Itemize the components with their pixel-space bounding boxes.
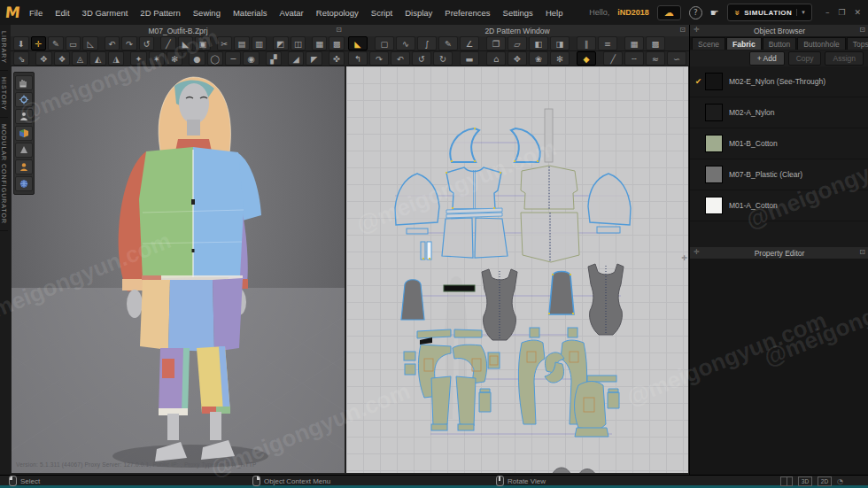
show-garment-button[interactable] [15, 75, 33, 90]
maximize-window-icon[interactable]: ⊡ [336, 26, 342, 34]
property-editor-dock-icon[interactable]: ✛ [694, 248, 700, 256]
tool-button[interactable]: ↻ [433, 51, 453, 66]
tool-button[interactable]: ↺ [412, 51, 431, 66]
menu-materials[interactable]: Materials [233, 8, 267, 18]
tool-button[interactable]: ≈ [646, 51, 665, 66]
menu-display[interactable]: Display [405, 8, 432, 18]
tool-button[interactable]: ✻ [167, 51, 182, 66]
object-browser-titlebar[interactable]: ✛ Object Browser ⊡ [690, 25, 868, 37]
menu-settings[interactable]: Settings [503, 8, 533, 18]
cloud-sync-button[interactable]: ☁ [657, 5, 681, 20]
tool-button[interactable]: ✂ [217, 36, 233, 50]
menu-script[interactable]: Script [371, 8, 392, 18]
tool-button[interactable]: ✦ [130, 51, 146, 66]
tool-button[interactable]: ╌ [624, 51, 644, 66]
tool-button[interactable]: ● [189, 51, 205, 66]
property-editor-titlebar[interactable]: ✛ Property Editor ⊡ [690, 247, 868, 259]
tool-button[interactable]: ▦ [624, 36, 644, 50]
tool-button[interactable]: ⌂ [486, 51, 506, 66]
tool-button[interactable]: ↺ [139, 36, 155, 50]
pattern-hood-left[interactable] [450, 128, 479, 162]
tool-button[interactable]: ❖ [54, 51, 70, 66]
tool-button[interactable]: ▬ [460, 51, 479, 66]
rail-tab-modular-configurator[interactable]: MODULAR CONFIGURATOR [0, 118, 8, 231]
tool-button[interactable]: ◆ [577, 51, 596, 66]
rail-tab-library[interactable]: LIBRARY [0, 25, 8, 71]
maximize-2d-window-icon[interactable]: ⊡ [679, 26, 686, 34]
tool-button[interactable]: ▤ [234, 36, 250, 50]
chest-left-panel[interactable] [139, 147, 193, 279]
minimize-button[interactable]: – [825, 8, 830, 17]
tool-button[interactable]: ✛ [31, 36, 47, 50]
help-icon[interactable]: ? [689, 6, 702, 19]
tool-button[interactable]: ◧ [529, 36, 548, 50]
tool-button[interactable]: ◤ [306, 51, 322, 66]
pattern-pants-group[interactable] [404, 328, 619, 437]
tool-button[interactable]: ⬇ [13, 36, 29, 50]
tab-topstitch[interactable]: Topstitch [847, 37, 868, 50]
pattern-bottom-partial[interactable] [552, 468, 596, 473]
3d-view-button[interactable]: 3D [798, 476, 812, 486]
tool-button[interactable]: ↷ [369, 51, 389, 66]
tool-button[interactable]: ✥ [508, 51, 527, 66]
pattern-front-skirt-right[interactable] [475, 218, 508, 258]
skirt-right-panel[interactable] [213, 278, 243, 352]
pattern-front-bodice[interactable] [446, 167, 501, 209]
tool-button[interactable]: ◣ [178, 36, 194, 50]
fabric-row[interactable]: M01-A_Cotton [690, 190, 868, 221]
tool-button[interactable]: ◩ [273, 36, 289, 50]
property-editor-expand-icon[interactable]: ⊡ [859, 248, 865, 256]
tool-button[interactable]: ◭ [89, 51, 105, 66]
pattern-sleeve-right[interactable] [588, 174, 631, 225]
simulation-settings-button[interactable] [15, 92, 33, 107]
menu-edit[interactable]: Edit [55, 8, 69, 18]
tool-button[interactable]: ◬ [72, 51, 88, 66]
tool-button[interactable]: ▭ [66, 36, 81, 50]
tool-button[interactable]: ↶ [105, 36, 120, 50]
pattern-dark-sleeve-left[interactable] [401, 280, 424, 320]
tool-button[interactable]: ◮ [108, 51, 124, 66]
menu-3d-garment[interactable]: 3D Garment [82, 8, 128, 18]
pattern-black-band[interactable] [444, 285, 475, 291]
tool-button[interactable]: ▩ [646, 36, 665, 50]
tool-button[interactable]: ✎ [438, 36, 458, 50]
tab-fabric[interactable]: Fabric [726, 37, 762, 50]
tool-button[interactable]: ◫ [291, 36, 306, 50]
tool-button[interactable]: ▞ [266, 51, 282, 66]
tool-button[interactable]: ▱ [508, 36, 527, 50]
tool-button[interactable]: ◣ [348, 36, 368, 50]
fabric-row[interactable]: M01-B_Cotton [690, 128, 868, 159]
skirt-left-panel[interactable] [140, 280, 170, 350]
username-label[interactable]: iND2018 [617, 8, 649, 17]
add-button[interactable]: + Add [749, 51, 785, 66]
pattern-placket-1[interactable] [421, 242, 425, 259]
tool-button[interactable]: ✎ [48, 36, 64, 50]
split-view-button[interactable] [780, 476, 793, 486]
tool-button[interactable]: ∫ [417, 36, 437, 50]
fabric-row[interactable]: ✔M02-E_Nylon (See-Through) [690, 66, 868, 97]
show-avatar-button[interactable] [15, 109, 33, 124]
rail-tab-history[interactable]: HISTORY [0, 71, 8, 118]
simulation-button[interactable]: » SIMULATION ▾ [727, 4, 812, 21]
tool-button[interactable]: ▩ [329, 36, 345, 50]
hand-pointer-icon[interactable]: ☛ [710, 7, 719, 19]
tool-button[interactable]: ↰ [348, 51, 368, 66]
tab-scene[interactable]: Scene [692, 37, 725, 50]
menu-preferences[interactable]: Preferences [445, 8, 490, 18]
tool-button[interactable]: ↷ [121, 36, 137, 50]
tool-button[interactable]: ▢ [375, 36, 394, 50]
3d-window-titlebar[interactable]: M07_Outfit-B.Zprj ⊡ [11, 25, 345, 37]
tool-button[interactable]: ⇘ [13, 51, 29, 66]
menu-retopology[interactable]: Retopology [316, 8, 359, 18]
tool-button[interactable]: ─ [225, 51, 241, 66]
tool-button[interactable]: ◢ [288, 51, 304, 66]
tool-button[interactable]: ✜ [329, 51, 345, 66]
avatar-skin-button[interactable] [15, 159, 33, 174]
3d-viewport[interactable]: Version: 5.1.311 (44067) Proxy Server: 1… [12, 66, 345, 473]
pattern-sleeve-left[interactable] [395, 174, 439, 225]
pattern-hood-right[interactable] [511, 128, 540, 162]
tool-button[interactable]: ◯ [207, 51, 223, 66]
fabric-row[interactable]: M02-A_Nylon [690, 97, 868, 128]
fabric-row[interactable]: M07-B_Plastic (Clear) [690, 159, 868, 190]
object-browser-expand-icon[interactable]: ⊡ [859, 26, 865, 34]
